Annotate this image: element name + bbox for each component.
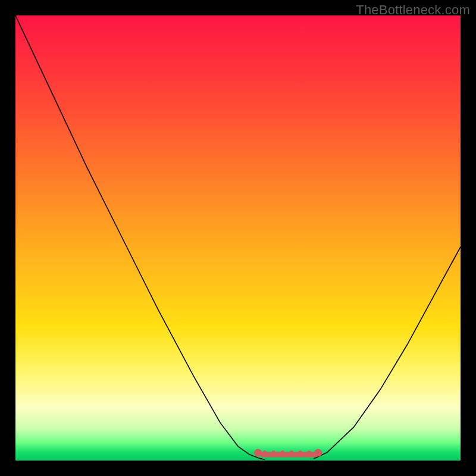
- svg-point-1: [254, 449, 262, 457]
- svg-point-7: [299, 450, 302, 454]
- chart-frame: TheBottleneck.com: [0, 0, 476, 476]
- curve-left: [15, 15, 265, 460]
- svg-point-8: [307, 450, 311, 454]
- watermark-text: TheBottleneck.com: [356, 2, 470, 18]
- curve-right: [314, 247, 461, 459]
- chart-svg: [15, 15, 461, 461]
- svg-point-5: [281, 450, 284, 454]
- svg-point-2: [314, 449, 322, 457]
- plot-area: [15, 15, 461, 461]
- svg-point-6: [290, 450, 293, 454]
- svg-point-4: [272, 450, 275, 454]
- svg-point-3: [263, 450, 267, 454]
